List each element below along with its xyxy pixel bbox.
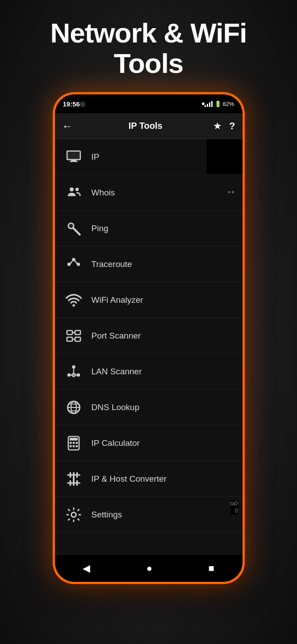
svg-line-14 xyxy=(75,261,77,263)
bottom-nav: ◀ ● ■ xyxy=(55,555,243,582)
svg-rect-2 xyxy=(67,152,79,159)
dns-icon xyxy=(64,398,84,417)
menu-item-port-scanner[interactable]: Port Scanner xyxy=(55,318,243,354)
svg-rect-37 xyxy=(72,442,75,444)
menu-item-dns-lookup[interactable]: DNS Lookup xyxy=(55,390,243,425)
menu-item-ip-calculator[interactable]: IP Calculator xyxy=(55,425,243,461)
nav-bar: ← IP Tools ★ ? xyxy=(55,113,243,139)
wifi-label: WiFi Analyzer xyxy=(92,295,143,305)
phone-frame: 19:56 ◎ 🔋 82% ← IP Tools ★ ? xyxy=(53,92,245,584)
people-icon xyxy=(64,183,84,203)
svg-rect-36 xyxy=(70,442,72,444)
ip-calculator-label: IP Calculator xyxy=(92,438,140,448)
svg-rect-18 xyxy=(67,337,72,341)
status-time: 19:56 xyxy=(63,100,80,108)
signal-icon xyxy=(205,101,213,107)
port-scanner-label: Port Scanner xyxy=(92,331,141,341)
traceroute-label: Traceroute xyxy=(92,259,132,269)
ip-label: IP xyxy=(92,152,100,162)
wifi-icon xyxy=(64,290,84,310)
ip-overlay xyxy=(207,139,243,174)
page-title: Network & WiFiTools xyxy=(50,18,247,79)
monitor-icon xyxy=(64,147,84,167)
svg-point-15 xyxy=(72,304,75,306)
traceroute-icon xyxy=(64,254,84,274)
menu-item-ping[interactable]: Ping xyxy=(55,211,243,246)
svg-rect-4 xyxy=(70,161,78,162)
favorites-button[interactable]: ★ xyxy=(213,120,222,132)
svg-point-6 xyxy=(75,188,79,191)
calculator-icon xyxy=(64,433,84,453)
ping-label: Ping xyxy=(92,224,109,233)
battery-icon: 🔋 xyxy=(214,101,222,107)
menu-item-whois[interactable]: Whois •• xyxy=(55,175,243,211)
nav-title: IP Tools xyxy=(78,121,213,131)
nav-home-button[interactable]: ● xyxy=(146,563,152,574)
status-bar: 19:56 ◎ 🔋 82% xyxy=(55,94,243,113)
nav-recents-button[interactable]: ■ xyxy=(208,563,214,574)
menu-item-wifi[interactable]: WiFi Analyzer xyxy=(55,282,243,318)
menu-item-lan-scanner[interactable]: LAN Scanner xyxy=(55,354,243,390)
menu-list: IP Whois •• xyxy=(55,139,243,555)
svg-point-11 xyxy=(72,258,75,262)
svg-point-24 xyxy=(76,373,80,377)
svg-rect-17 xyxy=(75,330,80,335)
whois-more: •• xyxy=(228,188,235,197)
battery-text: 82% xyxy=(222,101,234,107)
svg-point-5 xyxy=(70,187,74,191)
whois-label: Whois xyxy=(92,188,115,198)
phone-screen: 19:56 ◎ 🔋 82% ← IP Tools ★ ? xyxy=(55,94,243,582)
ip-host-converter-label: IP & Host Converter xyxy=(92,474,167,484)
back-button[interactable]: ← xyxy=(62,120,73,132)
port-scanner-icon xyxy=(64,326,84,346)
menu-item-settings[interactable]: Settings ta00 xyxy=(55,497,243,533)
svg-rect-39 xyxy=(70,445,72,447)
dns-lookup-label: DNS Lookup xyxy=(92,402,140,412)
svg-point-49 xyxy=(71,513,76,517)
svg-point-22 xyxy=(72,365,75,369)
svg-rect-35 xyxy=(70,438,78,441)
menu-item-ip-host-converter[interactable]: IP & Host Converter xyxy=(55,461,243,497)
menu-item-ip[interactable]: IP xyxy=(55,139,243,175)
svg-rect-19 xyxy=(75,337,80,341)
svg-rect-3 xyxy=(71,160,76,161)
svg-rect-41 xyxy=(75,445,78,447)
svg-point-8 xyxy=(69,224,73,228)
settings-icon xyxy=(64,505,84,525)
nav-back-button[interactable]: ◀ xyxy=(83,563,90,574)
svg-line-13 xyxy=(70,261,72,263)
help-button[interactable]: ? xyxy=(229,120,235,132)
settings-label: Settings xyxy=(92,510,122,520)
svg-rect-40 xyxy=(72,445,75,447)
lan-scanner-icon xyxy=(64,362,84,381)
converter-icon xyxy=(64,469,84,489)
svg-rect-38 xyxy=(75,442,78,444)
lan-scanner-label: LAN Scanner xyxy=(92,367,142,377)
status-location-icon: ◎ xyxy=(80,100,85,107)
ping-icon xyxy=(64,219,84,238)
menu-item-traceroute[interactable]: Traceroute xyxy=(55,246,243,282)
svg-line-9 xyxy=(74,229,80,235)
svg-rect-16 xyxy=(67,330,72,335)
settings-extra: ta00 xyxy=(230,500,238,514)
